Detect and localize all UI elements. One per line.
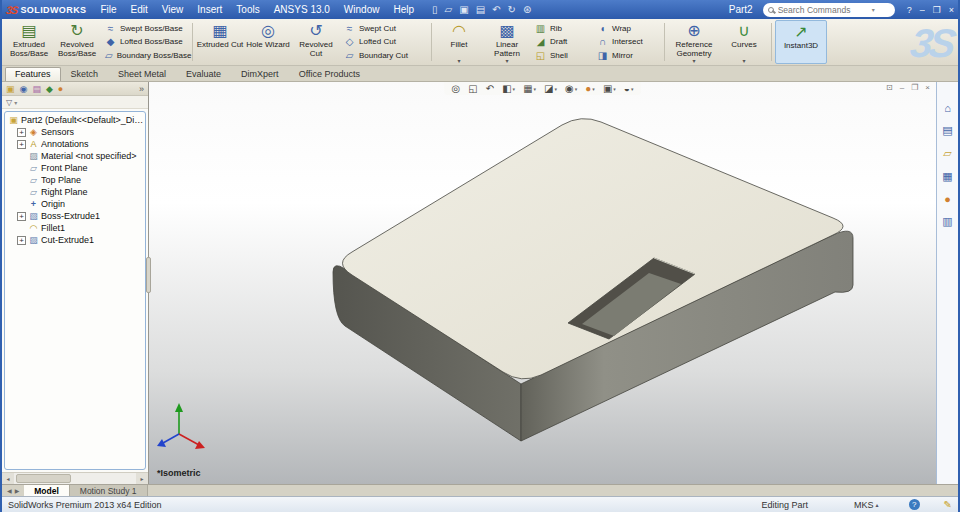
intersect-button[interactable]: ∩ Intersect	[595, 36, 659, 47]
doc-window-minimize-icon[interactable]: –	[900, 83, 904, 92]
tab-scroll-left-icon[interactable]: ◀	[7, 487, 12, 494]
tree-item-sensors[interactable]: + ◈ Sensors	[5, 126, 145, 138]
tree-item-material[interactable]: ▨ Material <not specified>	[5, 150, 145, 162]
scrollbar-thumb[interactable]	[16, 474, 71, 483]
tree-item-front-plane[interactable]: ▱ Front Plane	[5, 162, 145, 174]
menu-ansys[interactable]: ANSYS 13.0	[268, 3, 336, 16]
configurationmanager-tab-icon[interactable]: ▤	[32, 84, 41, 94]
draft-button[interactable]: ◢ Draft	[533, 36, 591, 47]
view-orientation-icon[interactable]: ▦▾	[523, 83, 536, 94]
rib-button[interactable]: ▥ Rib	[533, 23, 591, 34]
dimxpertmanager-tab-icon[interactable]: ◆	[46, 84, 53, 94]
print-icon[interactable]: ▤	[476, 4, 485, 15]
save-icon[interactable]: ▣	[459, 4, 468, 15]
extruded-boss-base-button[interactable]: ▤ Extruded Boss/Base	[5, 20, 53, 64]
search-commands-box[interactable]: ▾	[763, 3, 895, 17]
tab-dimxpert[interactable]: DimXpert	[231, 67, 289, 81]
view-settings-icon[interactable]: ◒▾	[624, 83, 634, 94]
tree-item-boss-extrude1[interactable]: + ▧ Boss-Extrude1	[5, 210, 145, 222]
section-view-icon[interactable]: ◧▾	[502, 83, 515, 94]
zoom-area-icon[interactable]: ◱	[468, 83, 477, 94]
filter-funnel-icon[interactable]: ▽	[6, 98, 12, 107]
menu-window[interactable]: Window	[338, 3, 386, 16]
minimize-button[interactable]: –	[920, 5, 925, 15]
revolved-boss-base-button[interactable]: ↻ Revolved Boss/Base	[53, 20, 101, 64]
reference-geometry-button[interactable]: ⊕ Reference Geometry	[668, 20, 720, 64]
graphics-viewport[interactable]: ◎ ◱ ↶ ◧▾ ▦▾ ◪▾ ◉▾ ●▾ ▣▾ ◒▾ ⊡ – ❐ ×	[149, 82, 936, 484]
chevron-down-icon[interactable]: ▾	[872, 6, 875, 13]
status-customize-icon[interactable]: ✎	[944, 499, 952, 510]
menu-help[interactable]: Help	[387, 3, 420, 16]
zoom-fit-icon[interactable]: ◎	[452, 83, 461, 94]
tab-model[interactable]: Model	[24, 485, 70, 496]
menu-file[interactable]: File	[94, 3, 122, 16]
wrap-button[interactable]: ◖ Wrap	[595, 23, 659, 34]
tab-sheet-metal[interactable]: Sheet Metal	[108, 67, 176, 81]
scroll-right-icon[interactable]: ▸	[136, 473, 148, 484]
undo-icon[interactable]: ↶	[492, 4, 500, 15]
appearances-scenes-icon[interactable]: ●	[944, 193, 951, 205]
design-library-icon[interactable]: ▤	[942, 124, 952, 137]
view-palette-icon[interactable]: ▦	[942, 170, 952, 183]
featuremanager-tab-icon[interactable]: ▣	[6, 84, 15, 94]
status-help-icon[interactable]: ?	[909, 499, 920, 510]
panel-splitter-handle[interactable]	[146, 257, 151, 293]
doc-window-expand-icon[interactable]: ⊡	[886, 83, 893, 92]
tab-sketch[interactable]: Sketch	[61, 67, 109, 81]
menu-insert[interactable]: Insert	[191, 3, 228, 16]
doc-window-close-icon[interactable]: ×	[925, 83, 930, 92]
display-style-icon[interactable]: ◪▾	[544, 83, 557, 94]
tree-item-cut-extrude1[interactable]: + ▨ Cut-Extrude1	[5, 234, 145, 246]
fillet-button[interactable]: ◠ Fillet	[435, 20, 483, 64]
revolved-cut-button[interactable]: ↺ Revolved Cut	[292, 20, 340, 64]
custom-properties-icon[interactable]: ▥	[942, 215, 952, 228]
tree-horizontal-scrollbar[interactable]: ◂ ▸	[2, 472, 148, 484]
help-button[interactable]: ?	[907, 5, 912, 15]
apply-scene-icon[interactable]: ▣▾	[603, 83, 616, 94]
lofted-boss-base-button[interactable]: ◆ Lofted Boss/Base	[103, 36, 187, 47]
rebuild-icon[interactable]: ↻	[508, 4, 516, 15]
edit-appearance-icon[interactable]: ●▾	[585, 83, 595, 94]
hole-wizard-button[interactable]: ◎ Hole Wizard	[244, 20, 292, 64]
solidworks-resources-icon[interactable]: ⌂	[944, 102, 951, 114]
shell-button[interactable]: ◱ Shell	[533, 50, 591, 61]
expand-toggle[interactable]: +	[17, 236, 26, 245]
menu-edit[interactable]: Edit	[125, 3, 154, 16]
menu-tools[interactable]: Tools	[230, 3, 265, 16]
expand-toggle[interactable]: +	[17, 212, 26, 221]
swept-boss-base-button[interactable]: ≈ Swept Boss/Base	[103, 23, 187, 34]
expand-toggle[interactable]: +	[17, 140, 26, 149]
tree-item-part-root[interactable]: ▣ Part2 (Default<<Default>_Display...	[5, 114, 145, 126]
scrollbar-track[interactable]	[14, 473, 136, 484]
new-document-icon[interactable]: ▯	[432, 4, 438, 15]
boundary-boss-base-button[interactable]: ▱ Boundary Boss/Base	[103, 50, 187, 61]
tree-item-top-plane[interactable]: ▱ Top Plane	[5, 174, 145, 186]
displaymanager-tab-icon[interactable]: ●	[58, 84, 63, 94]
propertymanager-tab-icon[interactable]: ◉	[20, 84, 28, 94]
part-3d-model[interactable]	[149, 82, 936, 484]
restore-button[interactable]: ❐	[933, 5, 941, 15]
tree-item-fillet1[interactable]: ◠ Fillet1	[5, 222, 145, 234]
tree-item-right-plane[interactable]: ▱ Right Plane	[5, 186, 145, 198]
tab-scroll-right-icon[interactable]: ▶	[15, 487, 20, 494]
tab-features[interactable]: Features	[5, 67, 61, 81]
scroll-left-icon[interactable]: ◂	[2, 473, 14, 484]
previous-view-icon[interactable]: ↶	[486, 83, 494, 94]
tree-item-annotations[interactable]: + A Annotations	[5, 138, 145, 150]
swept-cut-button[interactable]: ≈ Swept Cut	[342, 23, 426, 34]
file-explorer-icon[interactable]: ▱	[943, 147, 951, 160]
open-icon[interactable]: ▱	[445, 4, 453, 15]
close-button[interactable]: ×	[949, 5, 954, 15]
instant3d-button[interactable]: ↗ Instant3D	[775, 20, 827, 64]
lofted-cut-button[interactable]: ◇ Lofted Cut	[342, 36, 426, 47]
linear-pattern-button[interactable]: ▩ Linear Pattern	[483, 20, 531, 64]
tab-evaluate[interactable]: Evaluate	[176, 67, 231, 81]
tree-item-origin[interactable]: + Origin	[5, 198, 145, 210]
chevron-down-icon[interactable]: ▾	[14, 99, 17, 106]
search-commands-input[interactable]	[778, 5, 868, 15]
options-icon[interactable]: ⊛	[523, 4, 531, 15]
tab-motion-study-1[interactable]: Motion Study 1	[70, 485, 148, 496]
panel-overflow-chevrons[interactable]: »	[139, 84, 144, 94]
curves-button[interactable]: ∪ Curves	[720, 20, 768, 64]
hide-show-items-icon[interactable]: ◉▾	[565, 83, 577, 94]
